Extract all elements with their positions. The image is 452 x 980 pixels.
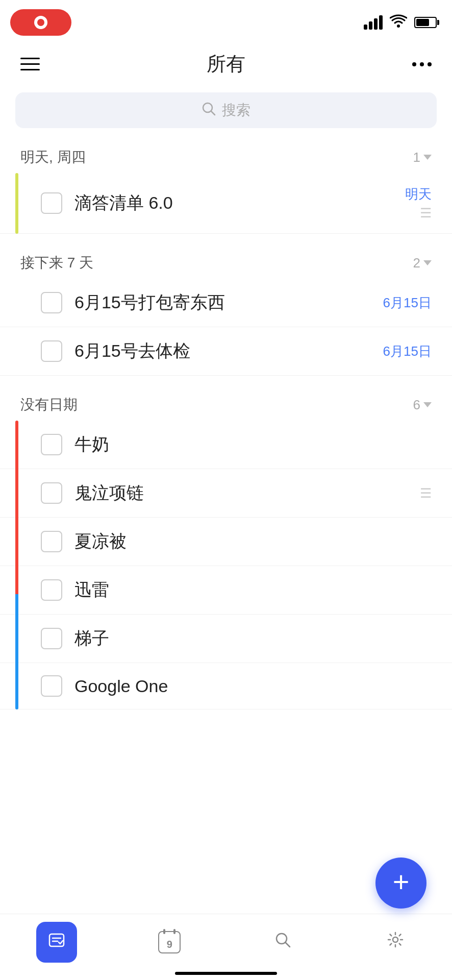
tasks-icon	[47, 931, 66, 953]
svg-rect-3	[49, 934, 64, 946]
task-item-left: 鬼泣项链	[41, 481, 420, 505]
calendar-date: 9	[167, 939, 172, 950]
search-nav-icon	[273, 930, 292, 953]
section-title-nodate: 没有日期	[20, 395, 78, 414]
task-name: 迅雷	[74, 578, 109, 602]
status-left	[10, 9, 71, 36]
section-count-next7[interactable]: 2	[413, 255, 432, 271]
task-checkbox[interactable]	[41, 579, 62, 601]
task-name: 滴答清单 6.0	[74, 191, 173, 215]
task-item: 梯子	[0, 615, 452, 663]
task-item: 夏凉被	[0, 518, 452, 566]
task-name: 夏凉被	[74, 530, 127, 553]
task-item-left: 6月15号去体检	[41, 339, 383, 363]
section-title-tomorrow: 明天, 周四	[20, 148, 86, 167]
svg-point-6	[277, 934, 287, 944]
task-item-left: Google One	[41, 675, 432, 697]
task-date: 明天	[405, 185, 432, 203]
plus-icon: +	[393, 868, 410, 896]
record-dot-inner	[37, 19, 44, 26]
battery-icon	[414, 17, 437, 28]
task-name: Google One	[74, 676, 168, 696]
page-title: 所有	[207, 51, 245, 77]
note-icon: ☰	[420, 485, 432, 501]
color-bar-tomorrow	[15, 173, 18, 234]
task-item-left: 滴答清单 6.0	[41, 191, 405, 215]
svg-line-2	[211, 111, 215, 115]
task-checkbox[interactable]	[41, 192, 62, 214]
battery-fill	[416, 19, 429, 26]
task-item: 滴答清单 6.0 明天 ☰	[0, 173, 452, 234]
section-header-next7: 接下来 7 天 2	[0, 244, 452, 279]
task-item: 6月15号打包寄东西 6月15日	[0, 279, 452, 327]
task-meta: 6月15日	[383, 294, 432, 312]
section-nodate: 没有日期 6 牛奶 鬼泣项链 ☰ 夏	[0, 386, 452, 709]
status-bar	[0, 0, 452, 41]
hamburger-icon[interactable]	[20, 58, 40, 70]
section-count-nodate[interactable]: 6	[413, 397, 432, 413]
search-icon	[202, 102, 216, 119]
search-placeholder: 搜索	[222, 101, 250, 120]
nav-tasks-button[interactable]	[36, 922, 77, 963]
section-header-nodate: 没有日期 6	[0, 386, 452, 421]
task-checkbox[interactable]	[41, 434, 62, 455]
svg-point-0	[397, 24, 400, 28]
task-item: 鬼泣项链 ☰	[0, 469, 452, 518]
chevron-down-icon	[423, 155, 432, 160]
task-item: 牛奶	[0, 421, 452, 469]
nav-calendar-button[interactable]: 9	[149, 922, 190, 963]
task-item-left: 梯子	[41, 627, 432, 650]
task-checkbox[interactable]	[41, 675, 62, 697]
task-item: 6月15号去体检 6月15日	[0, 327, 452, 376]
nav-header: 所有	[0, 41, 452, 87]
task-date: 6月15日	[383, 342, 432, 360]
section-tomorrow: 明天, 周四 1 滴答清单 6.0 明天 ☰	[0, 138, 452, 234]
task-item-left: 迅雷	[41, 578, 432, 602]
task-list-tomorrow: 滴答清单 6.0 明天 ☰	[0, 173, 452, 234]
nav-settings-button[interactable]	[375, 922, 416, 963]
section-count-tomorrow[interactable]: 1	[413, 150, 432, 165]
bottom-nav: 9	[0, 914, 452, 980]
chevron-down-icon	[423, 260, 432, 265]
task-name: 鬼泣项链	[74, 481, 144, 505]
search-bar[interactable]: 搜索	[15, 92, 437, 128]
task-name: 6月15号打包寄东西	[74, 291, 225, 314]
task-checkbox[interactable]	[41, 340, 62, 362]
note-icon: ☰	[420, 205, 432, 221]
task-date: 6月15日	[383, 294, 432, 312]
task-item-left: 夏凉被	[41, 530, 432, 553]
svg-line-7	[286, 943, 290, 947]
task-name: 6月15号去体检	[74, 339, 190, 363]
more-icon[interactable]	[412, 62, 432, 66]
record-dot	[34, 16, 47, 29]
add-task-button[interactable]: +	[375, 857, 426, 909]
chevron-down-icon	[423, 402, 432, 407]
section-title-next7: 接下来 7 天	[20, 253, 93, 273]
task-meta: ☰	[420, 485, 432, 501]
wifi-icon	[390, 14, 407, 32]
task-meta: 6月15日	[383, 342, 432, 360]
signal-bars	[364, 15, 383, 30]
calendar-icon: 9	[158, 931, 181, 953]
task-list-nodate: 牛奶 鬼泣项链 ☰ 夏凉被 迅雷	[0, 421, 452, 709]
task-meta: 明天 ☰	[405, 185, 432, 221]
status-right	[364, 14, 437, 32]
section-next7: 接下来 7 天 2 6月15号打包寄东西 6月15日 6月15号去体检 6月15…	[0, 244, 452, 376]
settings-icon	[386, 930, 405, 953]
task-name: 梯子	[74, 627, 109, 650]
nav-search-button[interactable]	[262, 922, 303, 963]
task-checkbox[interactable]	[41, 482, 62, 504]
task-list-next7: 6月15号打包寄东西 6月15日 6月15号去体检 6月15日	[0, 279, 452, 376]
task-checkbox[interactable]	[41, 292, 62, 313]
task-name: 牛奶	[74, 433, 109, 456]
task-item-left: 牛奶	[41, 433, 432, 456]
record-button[interactable]	[10, 9, 71, 36]
task-item: Google One	[0, 663, 452, 709]
task-checkbox[interactable]	[41, 628, 62, 649]
home-indicator	[175, 972, 277, 975]
section-header-tomorrow: 明天, 周四 1	[0, 138, 452, 173]
svg-point-8	[393, 937, 398, 942]
task-checkbox[interactable]	[41, 531, 62, 552]
task-item-left: 6月15号打包寄东西	[41, 291, 383, 314]
task-item: 迅雷	[0, 566, 452, 615]
